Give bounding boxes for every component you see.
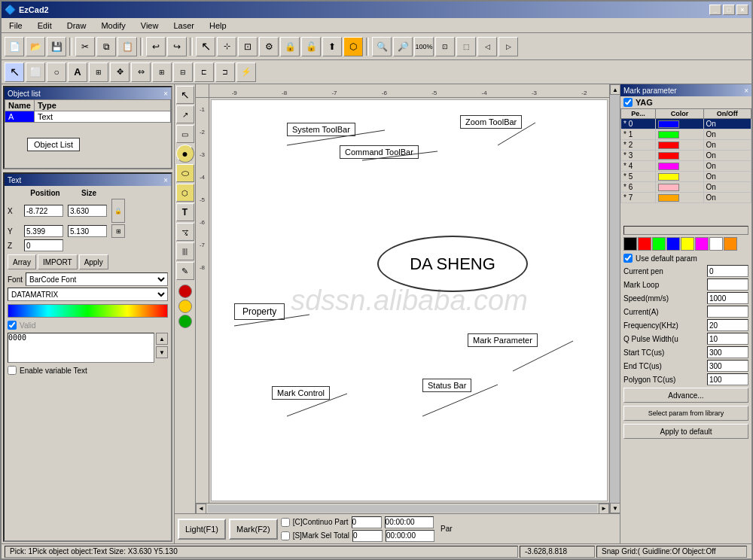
palette-red[interactable] (638, 237, 651, 251)
color-swatch[interactable] (8, 304, 168, 318)
zoom-fit-button[interactable]: ⊡ (238, 37, 258, 56)
table-row[interactable]: A Text (5, 111, 171, 123)
paste-button[interactable]: 📋 (117, 37, 137, 56)
select-button[interactable]: ↖ (196, 37, 215, 56)
continuo-checkbox[interactable] (281, 518, 290, 527)
drawing-canvas[interactable]: sdssn.alibaba.com DA SHENG System ToolBa… (211, 99, 608, 501)
y-position-input[interactable] (24, 225, 63, 237)
frequency-input[interactable] (707, 319, 748, 331)
apply-default-button[interactable]: Apply to default (623, 424, 748, 439)
tool-vert-text[interactable]: ⦪ (176, 223, 194, 241)
zoom-100-button[interactable]: 100% (414, 37, 434, 56)
open-button[interactable]: 📂 (26, 37, 45, 56)
menu-modify[interactable]: Modify (96, 20, 130, 32)
tool-cursor[interactable]: ↖ (176, 86, 194, 104)
cmd-align-right[interactable]: ⊐ (215, 62, 235, 82)
menu-file[interactable]: File (5, 20, 27, 32)
cmd-text[interactable]: A (68, 62, 87, 82)
zoom-out-button[interactable]: 🔎 (393, 37, 413, 56)
tool-text[interactable]: T (176, 203, 194, 221)
z-position-input[interactable] (24, 239, 63, 251)
cmd-align-left[interactable]: ⊏ (194, 62, 214, 82)
light-button[interactable]: Light(F1) (178, 519, 226, 540)
zoom-prev-button[interactable]: ◁ (477, 37, 497, 56)
tool-node[interactable]: ↗ (176, 105, 194, 123)
palette-blue[interactable] (666, 237, 680, 251)
tool-rect[interactable]: ▭ (176, 125, 194, 143)
new-button[interactable]: 📄 (5, 37, 24, 56)
grid-icon[interactable]: ⊞ (111, 224, 125, 238)
import-button[interactable]: IMPORT (38, 254, 78, 269)
palette-white[interactable] (709, 237, 723, 251)
end-tc-input[interactable] (707, 360, 748, 372)
tool-barcode[interactable]: ||| (176, 242, 194, 260)
zoom-fit2-button[interactable]: ⊡ (435, 37, 455, 56)
cut-button[interactable]: ✂ (75, 37, 95, 56)
palette-green[interactable] (652, 237, 666, 251)
advance-button[interactable]: Advance... (623, 388, 748, 403)
use-default-checkbox[interactable] (623, 254, 633, 263)
time1-input[interactable] (385, 516, 434, 528)
zoom-window-button[interactable]: ⬚ (456, 37, 476, 56)
minimize-button[interactable]: _ (709, 5, 721, 15)
scroll-down-btn[interactable]: ▼ (610, 503, 620, 513)
tool-pen[interactable]: ✎ (176, 262, 194, 280)
pen-row-6[interactable]: * 6 On (621, 182, 751, 193)
pen-row-4[interactable]: * 4 On (621, 161, 751, 172)
x-position-input[interactable] (24, 205, 63, 217)
cmd-laser-settings[interactable]: ⚡ (236, 62, 256, 82)
yag-checkbox[interactable] (623, 98, 633, 107)
mark-sel-checkbox[interactable] (281, 531, 290, 540)
q-pulse-input[interactable] (707, 333, 748, 345)
mark-button[interactable]: Mark(F2) (229, 519, 278, 540)
pen-row-0[interactable]: * 0 On (621, 119, 751, 129)
cmd-rect[interactable]: ⬜ (26, 62, 45, 82)
redo-button[interactable]: ↪ (167, 37, 187, 56)
object-list-close[interactable]: × (163, 90, 168, 98)
h-scrollbar[interactable]: ◄ ► (196, 503, 609, 513)
barcode-type-select[interactable]: DATAMATRIX (8, 288, 168, 301)
scroll-down-btn[interactable]: ▼ (156, 346, 168, 358)
palette-yellow[interactable] (681, 237, 694, 251)
laser-button[interactable]: ⬡ (343, 37, 363, 56)
current-a-input[interactable] (707, 306, 748, 318)
scroll-up-btn[interactable]: ▲ (610, 84, 620, 95)
polygon-tc-input[interactable] (707, 373, 748, 385)
select-param-button[interactable]: Select param from library (623, 406, 748, 421)
tool-polygon[interactable]: ⬡ (176, 184, 194, 202)
enable-var-checkbox[interactable] (8, 366, 17, 375)
pen-row-3[interactable]: * 3 On (621, 151, 751, 161)
start-tc-input[interactable] (707, 346, 748, 358)
mark-sel-input[interactable] (352, 530, 383, 542)
scroll-right-btn[interactable]: ► (599, 504, 609, 514)
cmd-hatch[interactable]: ⊞ (89, 62, 108, 82)
menu-laser[interactable]: Laser (169, 20, 199, 32)
pen-row-5[interactable]: * 5 On (621, 172, 751, 182)
text-panel-close[interactable]: × (163, 176, 168, 184)
text-content[interactable]: 0000 (8, 333, 154, 363)
array-button[interactable]: Array (8, 254, 36, 269)
menu-edit[interactable]: Edit (33, 20, 56, 32)
font-select[interactable]: BarCode Font (26, 272, 168, 286)
lock-button[interactable]: 🔒 (280, 37, 300, 56)
scroll-track[interactable] (208, 505, 597, 513)
v-scrollbar[interactable]: ▲ ▼ (609, 84, 620, 513)
x-size-input[interactable] (68, 205, 107, 217)
pen-table-hscroll[interactable] (623, 226, 748, 235)
menu-help[interactable]: Help (205, 20, 231, 32)
mark-param-close[interactable]: × (744, 87, 748, 95)
unlock-button[interactable]: 🔓 (301, 37, 321, 56)
y-size-input[interactable] (68, 225, 107, 237)
settings-button[interactable]: ⚙ (259, 37, 279, 56)
close-button[interactable]: × (736, 5, 748, 15)
cmd-move[interactable]: ✥ (110, 62, 130, 82)
cmd-group[interactable]: ⊞ (152, 62, 172, 82)
palette-magenta[interactable] (695, 237, 709, 251)
cmd-select[interactable]: ↖ (5, 62, 24, 82)
continuo-input[interactable] (352, 516, 382, 528)
maximize-button[interactable]: □ (723, 5, 735, 15)
zoom-next-button[interactable]: ▷ (498, 37, 518, 56)
speed-input[interactable] (707, 292, 748, 304)
copy-button[interactable]: ⧉ (96, 37, 116, 56)
menu-view[interactable]: View (136, 20, 163, 32)
